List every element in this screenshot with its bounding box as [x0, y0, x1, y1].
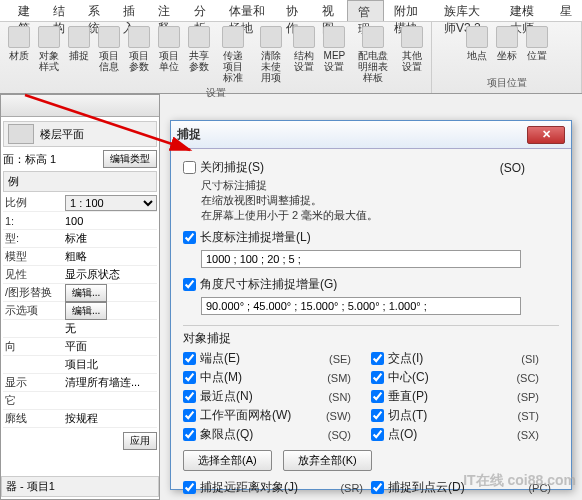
snap-checkbox[interactable] [183, 352, 196, 365]
property-value: 编辑... [63, 302, 157, 320]
ribbon-button[interactable]: 其他设置 [397, 24, 427, 85]
snap-option: 中点(M)(SM) [183, 369, 371, 386]
apply-button[interactable]: 应用 [123, 432, 157, 450]
snap-checkbox[interactable] [371, 428, 384, 441]
ribbon-tab[interactable]: 系统 [78, 0, 113, 21]
snap-code: (SM) [327, 372, 351, 384]
snap-cloud-checkbox[interactable] [371, 481, 384, 494]
property-value[interactable]: 标准 [63, 231, 157, 246]
project-browser-header[interactable]: 器 - 项目1 [1, 476, 159, 497]
ribbon-button[interactable]: 传递项目标准 [214, 24, 252, 85]
snap-option: 最近点(N)(SN) [183, 388, 371, 405]
property-label: 显示 [3, 375, 63, 390]
deselect-all-button[interactable]: 放弃全部(K) [283, 450, 372, 471]
snap-option: 交点(I)(SI) [371, 350, 559, 367]
ribbon-button[interactable]: 对象样式 [34, 24, 64, 85]
snap-label: 中点(M) [200, 369, 242, 386]
ribbon-tab[interactable]: 注释 [148, 0, 183, 21]
property-value[interactable]: 平面 [63, 339, 157, 354]
property-value[interactable]: 项目北 [63, 357, 157, 372]
property-value[interactable]: 粗略 [63, 249, 157, 264]
ribbon-tab[interactable]: 体量和场地 [219, 0, 277, 21]
ribbon-button[interactable]: 项目信息 [94, 24, 124, 85]
snap-checkbox[interactable] [183, 409, 196, 422]
snap-checkbox[interactable] [371, 352, 384, 365]
snap-checkbox[interactable] [371, 409, 384, 422]
ribbon-tab[interactable]: 管理 [347, 0, 384, 21]
snap-checkbox[interactable] [371, 371, 384, 384]
ribbon-button[interactable]: 共享参数 [184, 24, 214, 85]
ribbon-button[interactable]: 清除未使用项 [252, 24, 290, 85]
property-value[interactable]: 清理所有墙连... [63, 375, 157, 390]
length-inc-input[interactable] [201, 250, 521, 268]
ribbon-button[interactable]: 材质 [4, 24, 34, 85]
close-icon[interactable]: ✕ [527, 126, 565, 144]
select-all-button[interactable]: 选择全部(A) [183, 450, 272, 471]
property-select[interactable]: 1 : 100 [65, 195, 157, 211]
property-row: 1:100 [3, 212, 157, 230]
close-snap-label: 关闭捕捉(S) [200, 159, 264, 176]
snap-checkbox[interactable] [183, 428, 196, 441]
edit-button[interactable]: 编辑... [65, 302, 107, 320]
property-value[interactable]: 显示原状态 [63, 267, 157, 282]
ribbon-button[interactable]: 坐标 [492, 24, 522, 75]
ribbon-button[interactable]: 结构设置 [289, 24, 319, 85]
ribbon-icon [496, 26, 518, 48]
ribbon-tab[interactable]: 结构 [43, 0, 78, 21]
ribbon-label: 地点 [467, 50, 487, 61]
ribbon-icon [98, 26, 120, 48]
panel-titlebar[interactable] [1, 95, 159, 117]
snap-option: 切点(T)(ST) [371, 407, 559, 424]
ribbon-button[interactable]: 捕捉 [64, 24, 94, 85]
close-snap-checkbox[interactable] [183, 161, 196, 174]
ribbon-icon [38, 26, 60, 48]
ribbon-tab[interactable]: 插入 [113, 0, 148, 21]
ribbon-tab[interactable]: 分析 [184, 0, 219, 21]
length-inc-label: 长度标注捕捉增量(L) [200, 229, 311, 246]
ribbon-label: 其他设置 [401, 50, 423, 72]
snap-label: 最近点(N) [200, 388, 253, 405]
ribbon-icon [260, 26, 282, 48]
snap-code: (SQ) [328, 429, 351, 441]
object-snap-header: 对象捕捉 [183, 330, 559, 347]
ribbon-button[interactable]: 位置 [522, 24, 552, 75]
snap-code: (SE) [329, 353, 351, 365]
snap-checkbox[interactable] [183, 390, 196, 403]
ribbon-button[interactable]: 地点 [462, 24, 492, 75]
property-row: 见性显示原状态 [3, 266, 157, 284]
ribbon-button[interactable]: 配电盘明细表样板 [349, 24, 397, 85]
edit-type-button[interactable]: 编辑类型 [103, 150, 157, 168]
snap-checkbox[interactable] [183, 371, 196, 384]
angle-inc-checkbox[interactable] [183, 278, 196, 291]
ribbon-button[interactable]: 项目单位 [154, 24, 184, 85]
ribbon-tab[interactable]: 族库大师V3.2 [434, 0, 500, 21]
property-value: 编辑... [63, 284, 157, 302]
property-label: 向 [3, 339, 63, 354]
ribbon-button[interactable]: MEP设置 [319, 24, 349, 85]
ribbon-tab[interactable]: 视图 [312, 0, 347, 21]
property-value[interactable]: 100 [63, 215, 157, 227]
length-inc-checkbox[interactable] [183, 231, 196, 244]
edit-button[interactable]: 编辑... [65, 284, 107, 302]
snap-cloud-label: 捕捉到点云(D) [388, 479, 465, 496]
ribbon-icon [128, 26, 150, 48]
dialog-titlebar[interactable]: 捕捉 ✕ [171, 121, 571, 149]
property-value[interactable]: 按规程 [63, 411, 157, 426]
snap-remote-checkbox[interactable] [183, 481, 196, 494]
ribbon-tab[interactable]: 建筑 [8, 0, 43, 21]
snap-label: 点(O) [388, 426, 417, 443]
snap-label: 中心(C) [388, 369, 429, 386]
ribbon-tab[interactable]: 建模大师 [500, 0, 550, 21]
ribbon-tab[interactable]: 附加模块 [384, 0, 434, 21]
ribbon-tab[interactable]: 星 [550, 0, 582, 21]
type-label: 面：标高 1 [3, 152, 103, 167]
ribbon-icon [293, 26, 315, 48]
property-row: 廓线按规程 [3, 410, 157, 428]
ribbon-icon [188, 26, 210, 48]
angle-inc-input[interactable] [201, 297, 521, 315]
property-value[interactable]: 无 [63, 321, 157, 336]
ribbon-button[interactable]: 项目参数 [124, 24, 154, 85]
snap-checkbox[interactable] [371, 390, 384, 403]
snap-label: 切点(T) [388, 407, 427, 424]
ribbon-tab[interactable]: 协作 [276, 0, 311, 21]
